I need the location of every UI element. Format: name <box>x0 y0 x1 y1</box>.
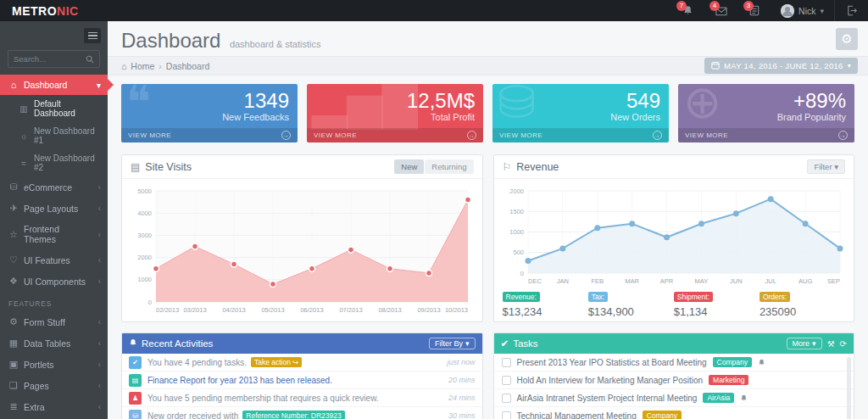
take-action-badge[interactable]: Take action ↪ <box>251 357 303 367</box>
view-more-link[interactable]: VIEW MORE <box>499 131 542 139</box>
user-menu[interactable]: Nick ▾ <box>771 0 834 21</box>
task-row: AirAsia Intranet System Project Internal… <box>494 389 854 407</box>
tasks-widget: ✔ Tasks More▾ ⚒ ⟳ Present 2013 Year IPO … <box>493 332 855 419</box>
bar-chart-icon: ▂▅▇ <box>312 84 418 125</box>
revenue-chart[interactable]: 0500100015002000DECJANFEBMARAPRMAYJUNJUL… <box>503 186 846 286</box>
arrow-circle-icon[interactable]: → <box>467 131 476 140</box>
task-checkbox[interactable] <box>502 394 511 403</box>
revenue-filter-button[interactable]: Filter ▾ <box>807 159 845 174</box>
arrow-circle-icon[interactable]: → <box>281 131 291 140</box>
stat-card-new-feedbacks[interactable]: ❝ 1349 New Feedbacks VIEW MORE → <box>121 84 298 142</box>
sidebar-item-ui-features[interactable]: ♡ UI Features ‹ <box>0 249 108 271</box>
sidebar-item-frontend-themes[interactable]: ☆ Frontend Themes ‹ <box>0 219 108 249</box>
svg-text:09/2013: 09/2013 <box>417 306 440 314</box>
page-title: Dashboard <box>121 29 220 52</box>
sidebar-item-new-dashboard-1[interactable]: ☼ New Dashboard #1 <box>0 122 108 149</box>
activity-row[interactable]: ⛁ New order received with Reference Numb… <box>122 407 482 419</box>
wrench-icon[interactable]: ⚒ <box>827 339 835 349</box>
sidebar-item-ui-components[interactable]: ❖ UI Components ‹ <box>0 271 108 292</box>
sidebar-item-default-dashboard[interactable]: ▥ Default Dashboard <box>0 95 108 122</box>
view-more-link[interactable]: VIEW MORE <box>685 131 728 139</box>
task-row: Technical Management Meeting Company <box>494 407 854 419</box>
sliders-icon: ≣ <box>8 401 19 412</box>
svg-text:0: 0 <box>520 270 523 277</box>
recent-activities-widget: Recent Activities Filter By▾ ✔ You have … <box>121 332 483 419</box>
task-checkbox[interactable] <box>502 358 511 367</box>
user-name: Nick <box>798 6 815 16</box>
tasks-more-button[interactable]: More▾ <box>787 338 822 349</box>
breadcrumb-current: Dashboard <box>166 61 209 71</box>
logout-icon <box>846 5 857 16</box>
view-more-link[interactable]: VIEW MORE <box>314 131 357 139</box>
refresh-icon[interactable]: ⟳ <box>840 339 847 349</box>
sidebar-section-features: FEATURES <box>0 292 108 311</box>
site-visits-panel: ▤ Site Visits New Returning 010002000300… <box>121 154 483 322</box>
svg-text:1000: 1000 <box>509 228 524 236</box>
chevron-left-icon: ‹ <box>98 182 101 192</box>
site-visits-chart[interactable]: 01000200030004000500002/201303/201304/20… <box>131 186 474 315</box>
stat-label: Total Profit <box>431 112 475 122</box>
cart-icon: ⛁ <box>498 84 536 125</box>
sidebar-item-pages[interactable]: ❏ Pages ‹ <box>0 375 108 396</box>
sidebar-toggle-button[interactable] <box>84 28 101 43</box>
stat-value: 12,5M$ <box>407 89 475 113</box>
sidebar-item-portlets[interactable]: ▣ Portlets ‹ <box>0 354 108 375</box>
home-icon: ⌂ <box>121 61 126 71</box>
todos-button[interactable]: 3 <box>738 0 771 21</box>
activity-row[interactable]: ✔ You have 4 pending tasks. Take action … <box>122 354 482 372</box>
task-checkbox[interactable] <box>502 376 511 385</box>
chevron-down-icon: ▾ <box>465 339 470 348</box>
sidebar-item-form-stuff[interactable]: ⚙ Form Stuff ‹ <box>0 311 108 332</box>
notifications-button[interactable]: 7 <box>671 0 704 21</box>
charts-row: ▤ Site Visits New Returning 010002000300… <box>121 154 854 322</box>
sidebar-menu: ⌂ Dashboard ▾ ▥ Default Dashboard ☼ New … <box>0 75 108 419</box>
sidebar-item-dashboard[interactable]: ⌂ Dashboard ▾ <box>0 75 108 95</box>
app-logo[interactable]: METRONIC <box>0 4 108 18</box>
chart-line-icon: ≈ <box>19 159 29 168</box>
date-range-label: MAY 14, 2016 - JUNE 12, 2016 <box>724 61 843 70</box>
stat-cards-row: ❝ 1349 New Feedbacks VIEW MORE → ▂▅▇ 12,… <box>121 84 854 142</box>
view-more-link[interactable]: VIEW MORE <box>128 131 171 139</box>
search-input[interactable] <box>14 54 86 64</box>
rocket-icon: ✈ <box>8 203 19 214</box>
svg-text:JUL: JUL <box>765 277 776 285</box>
breadcrumb: ⌂ Home › Dashboard <box>121 61 209 71</box>
svg-text:05/2013: 05/2013 <box>261 306 284 314</box>
arrow-circle-icon[interactable]: → <box>653 131 662 140</box>
sidebar-item-extra[interactable]: ≣ Extra ‹ <box>0 396 108 417</box>
chevron-left-icon: ‹ <box>98 402 101 411</box>
panel-title: ▤ Site Visits <box>131 161 192 173</box>
site-visits-returning-button[interactable]: Returning <box>425 159 473 174</box>
tasks-scrollbar[interactable] <box>847 357 851 419</box>
sidebar-item-new-dashboard-2[interactable]: ≈ New Dashboard #2 <box>0 149 108 176</box>
sidebar-search[interactable] <box>8 50 100 68</box>
arrow-circle-icon[interactable]: → <box>838 131 848 140</box>
stat-value: 1349 <box>244 89 289 113</box>
sidebar-item-ecommerce[interactable]: ⛁ eCommerce ‹ <box>0 176 108 198</box>
sidebar-item-page-layouts[interactable]: ✈ Page Layouts ‹ <box>0 198 108 219</box>
task-checkbox[interactable] <box>502 411 511 419</box>
revenue-panel: ⚐ Revenue Filter ▾ 0500100015002000DECJA… <box>493 154 855 322</box>
cart-icon: ⛁ <box>129 410 142 419</box>
messages-button[interactable]: 4 <box>704 0 738 21</box>
svg-text:3000: 3000 <box>137 232 152 239</box>
topbar: METRONIC 7 4 3 Nick ▾ <box>0 0 868 21</box>
sidebar-item-data-tables[interactable]: ▦ Data Tables ‹ <box>0 332 108 354</box>
activity-row[interactable]: ▤ Finance Report for year 2013 has been … <box>122 372 482 389</box>
site-visits-new-button[interactable]: New <box>394 159 424 174</box>
stat-card-new-orders[interactable]: ⛁ 549 New Orders VIEW MORE → <box>492 84 669 142</box>
page-settings-button[interactable]: ⚙ <box>836 28 858 50</box>
puzzle-icon: ❖ <box>8 276 19 287</box>
filter-by-button[interactable]: Filter By▾ <box>429 338 476 349</box>
logout-button[interactable] <box>834 0 868 21</box>
bell-icon <box>129 338 137 349</box>
stat-card-total-profit[interactable]: ▂▅▇ 12,5M$ Total Profit VIEW MORE → <box>307 84 483 142</box>
svg-text:04/2013: 04/2013 <box>222 306 245 314</box>
stat-card-brand-popularity[interactable]: ⊕ +89% Brand Popularity VIEW MORE → <box>678 84 854 142</box>
breadcrumb-bar: ⌂ Home › Dashboard MAY 14, 2016 - JUNE 1… <box>108 56 868 75</box>
table-icon: ▦ <box>8 338 19 349</box>
activity-row[interactable]: ♟ You have 5 pending membership that req… <box>122 389 482 407</box>
date-range-picker[interactable]: MAY 14, 2016 - JUNE 12, 2016 ▾ <box>704 58 858 74</box>
star-icon: ☆ <box>8 229 19 240</box>
breadcrumb-home[interactable]: Home <box>131 61 154 71</box>
